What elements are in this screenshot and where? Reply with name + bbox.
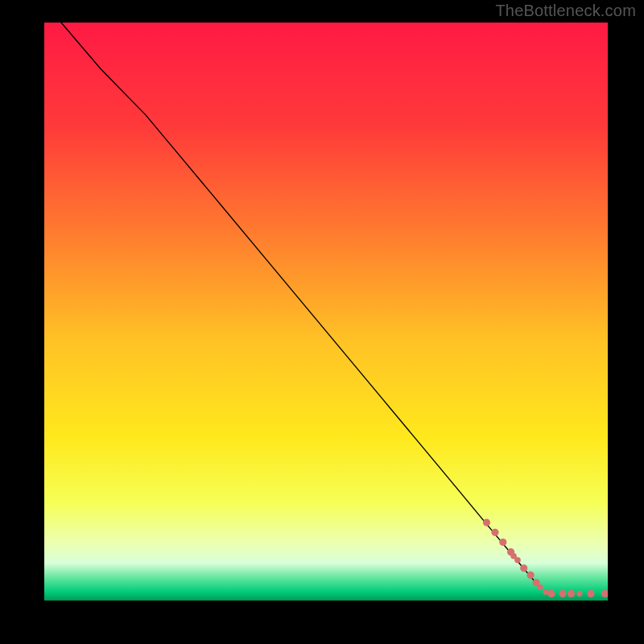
watermark-text: TheBottleneck.com bbox=[495, 2, 636, 20]
data-point bbox=[568, 590, 575, 597]
plot-area bbox=[44, 23, 608, 601]
data-point bbox=[499, 539, 506, 546]
chart-container: TheBottleneck.com bbox=[0, 0, 644, 644]
data-point bbox=[520, 564, 527, 572]
data-point bbox=[576, 591, 582, 597]
data-point bbox=[483, 518, 490, 526]
data-point bbox=[527, 572, 535, 579]
data-point bbox=[491, 529, 498, 536]
data-point bbox=[559, 590, 566, 597]
data-point bbox=[587, 590, 594, 597]
gradient-background bbox=[44, 23, 608, 601]
data-point bbox=[537, 584, 543, 590]
chart-svg bbox=[44, 23, 608, 601]
data-point bbox=[514, 557, 521, 564]
data-point bbox=[547, 590, 555, 597]
